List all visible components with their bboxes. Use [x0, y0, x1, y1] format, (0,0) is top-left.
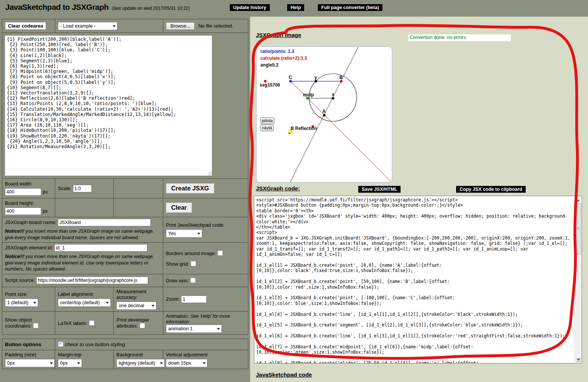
margin-top-label: Margin-top — [58, 352, 111, 357]
app-title: JavaSketchpad to JSXGraph — [5, 3, 108, 12]
board-name-input[interactable]: JSXBoard — [58, 219, 151, 226]
zoom-input[interactable]: 1 — [181, 295, 207, 303]
board-point-C[interactable] — [289, 80, 292, 83]
resize-grip-icon[interactable] — [207, 171, 212, 175]
button-options-table: Button options check to use button styli… — [2, 339, 248, 369]
board-point-x[interactable] — [332, 97, 334, 100]
board-point-A[interactable] — [323, 114, 326, 117]
element-id-input[interactable]: id_1 — [54, 244, 147, 252]
background-select[interactable]: lightgrey (default) — [116, 359, 165, 367]
load-example-select[interactable]: - Load example - — [58, 22, 118, 30]
padding-size-select[interactable]: 0px — [5, 359, 55, 367]
jsx-code-text[interactable]: <script src='https://moodle.uef.fi/filte… — [254, 196, 576, 363]
background-label: Background — [116, 352, 160, 357]
arrow-up-icon — [577, 198, 580, 201]
button-styling-checkbox[interactable] — [58, 341, 63, 347]
board-height-input[interactable]: 400 — [5, 207, 41, 215]
board-text: ratio/points: 1.3 — [260, 49, 294, 54]
scale-label: Scale: — [58, 186, 71, 191]
label-alignment-select[interactable]: center/top (default) — [58, 298, 111, 307]
draw-axis-label: Draw axis: — [166, 278, 189, 283]
chevron-down-icon — [50, 362, 53, 366]
button-options-heading: Button options — [5, 342, 41, 347]
clear-button[interactable]: Clear — [166, 203, 192, 213]
draw-axis-checkbox[interactable] — [190, 277, 196, 283]
javasketchpad-code-heading: JavaSketchpad code — [256, 371, 312, 378]
chevron-down-icon — [160, 362, 163, 366]
vertical-adjustment-label: Vertical adjustment — [166, 352, 245, 357]
board-text: C — [289, 75, 292, 80]
board-text: calculate (ratio+2):3.3 — [260, 56, 307, 61]
point-size-label: Point size: — [5, 291, 52, 297]
jsp-code-text[interactable]: {1} FixedPoint(200,200)[black,label('A')… — [5, 36, 212, 150]
scale-input[interactable]: 1.0 — [73, 185, 92, 192]
chevron-down-icon — [152, 305, 155, 308]
jsxgraph-image-heading: JSXGraph image — [256, 32, 301, 38]
board-text: seg15708 — [260, 82, 280, 88]
px-unit-label: px — [43, 189, 48, 195]
board-text: B Reflection — [291, 126, 317, 131]
show-object-coordinates-label: Show object coordinates: — [5, 317, 32, 329]
board-width-input[interactable]: 400 — [5, 188, 41, 196]
output-panel: JSXGraph image Convertion done, no error… — [250, 17, 588, 382]
borders-around-image-checkbox[interactable] — [217, 250, 223, 256]
latex-labels-label: LaTeX labels: — [58, 320, 87, 326]
board-width-label: Board width: — [5, 181, 52, 187]
label-alignment-label: Label alignment: — [58, 291, 111, 297]
conversion-status: Convertion done, no errors. — [408, 34, 511, 41]
jsxgraph-canvas[interactable]: ratio/points: 1.3calculate (ratio+2):3.3… — [256, 46, 392, 182]
chevron-down-icon — [106, 302, 109, 305]
board-point-y[interactable] — [315, 80, 317, 83]
jsxgraph-code-heading: JSXGraph code: — [256, 185, 300, 192]
chevron-down-icon — [77, 362, 80, 366]
print-jsp-select[interactable]: Yes — [166, 229, 202, 238]
save-jsx-html-button[interactable]: Save JSX/HTML — [358, 186, 401, 193]
show-object-coordinates-checkbox[interactable] — [33, 323, 39, 328]
animation-label: Animation: — [166, 313, 189, 319]
vertical-adjustment-select[interactable]: down 15px — [166, 359, 207, 367]
print-developer-attributes-checkbox[interactable] — [139, 323, 145, 328]
margin-top-select[interactable]: 0px — [58, 359, 82, 367]
borders-around-image-label: Borders around image: — [166, 251, 216, 256]
update-history-button[interactable]: Update history — [230, 4, 270, 11]
measurement-accuracy-select[interactable]: one decimal — [116, 302, 156, 310]
animation-select[interactable]: animation 1 — [166, 325, 222, 333]
thumb-grip-icon — [577, 227, 579, 229]
board-button-näytä[interactable]: näytä — [260, 125, 274, 131]
board-text: midp — [303, 92, 314, 97]
element-id-notice: Notice!If you insert more than one JSXGr… — [5, 253, 160, 272]
full-page-converter-button[interactable]: Full page converter (beta) — [318, 4, 382, 11]
resize-grip-icon[interactable] — [577, 358, 581, 362]
print-jsp-label: Print JavaSketchpad code: — [166, 222, 245, 228]
point-size-select[interactable]: 1 (default) — [5, 298, 38, 307]
button-styling-label: check to use button styling — [65, 342, 125, 347]
browse-file-button[interactable]: Browse... — [166, 22, 195, 30]
scrollbar-thumb[interactable] — [575, 203, 581, 254]
header-bar: JavaSketchpad to JSXGraph (last update o… — [0, 0, 588, 17]
chevron-down-icon — [113, 25, 116, 29]
script-source-input[interactable]: https://moodle.uef.fi/filter/jsxgraph/js… — [36, 277, 148, 284]
create-jsxg-button[interactable]: Create JSXG — [166, 183, 214, 193]
vertical-scrollbar[interactable] — [574, 196, 581, 363]
board-text: A — [322, 109, 326, 114]
last-update-note: (last update on wed 2017/05/31 10:22) — [112, 6, 190, 11]
chevron-down-icon — [203, 362, 206, 366]
board-text: angle5.2 — [260, 62, 279, 68]
clear-codearea-button[interactable]: Clear codearea — [5, 22, 46, 30]
copy-jsx-code-button[interactable]: Copy JSX code to clipboard — [456, 186, 526, 193]
chevron-down-icon — [33, 302, 36, 305]
chevron-down-icon — [217, 328, 220, 331]
show-grid-checkbox[interactable] — [190, 261, 196, 266]
padding-size-label: Padding (size) — [5, 352, 52, 357]
board-text: x — [332, 92, 334, 97]
latex-labels-checkbox[interactable] — [89, 320, 94, 326]
no-file-selected-label: No file selected. — [198, 23, 234, 29]
settings-table: Clear codearea - Load example - Browse..… — [2, 19, 248, 335]
jsp-code-editor[interactable]: {1} FixedPoint(200,200)[black,label('A')… — [5, 35, 212, 176]
board-button-piilota[interactable]: piilota — [260, 118, 274, 124]
chevron-down-icon — [197, 233, 200, 236]
jsx-code-output[interactable]: <script src='https://moodle.uef.fi/filte… — [254, 196, 582, 363]
help-button[interactable]: Help — [287, 4, 304, 11]
scroll-up-button[interactable] — [575, 196, 581, 203]
board-point-B[interactable] — [340, 80, 343, 83]
